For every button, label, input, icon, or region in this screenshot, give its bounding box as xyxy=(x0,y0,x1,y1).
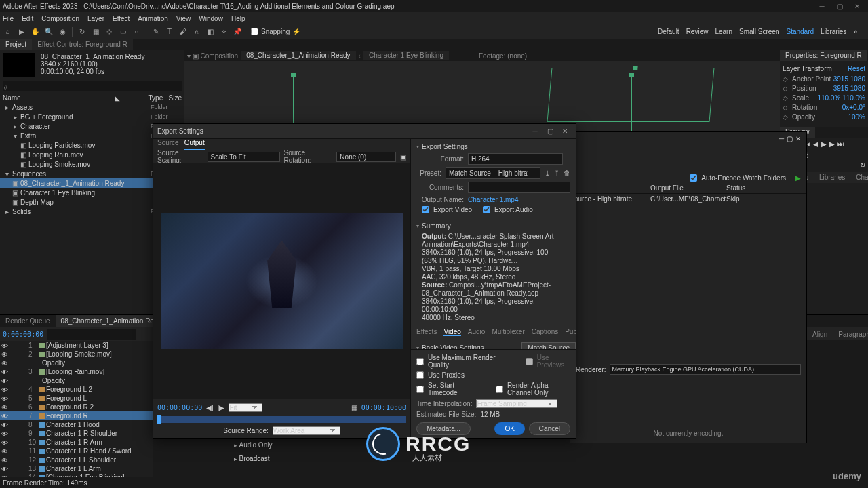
step-back-icon[interactable]: ◀| xyxy=(206,404,214,411)
bvs-header[interactable]: Basic Video Settings Match Source xyxy=(411,341,576,349)
tab-multiplexer[interactable]: Multiplexer xyxy=(492,328,524,336)
tab-effect-controls[interactable]: Effect Controls: Foreground R xyxy=(32,39,133,50)
dialog-minimize-icon[interactable]: ─ xyxy=(528,127,542,136)
text-tool-icon[interactable]: T xyxy=(164,26,175,37)
menu-view[interactable]: View xyxy=(176,15,191,22)
ame-min-icon[interactable]: ─ xyxy=(779,135,784,142)
play-icon[interactable]: ▶ xyxy=(821,140,827,148)
tab-source[interactable]: Source xyxy=(157,139,179,150)
clone-tool-icon[interactable]: ⎌ xyxy=(191,26,202,37)
menu-effect[interactable]: Effect xyxy=(113,15,130,22)
comp-tab-active[interactable]: 08_Character_1_Animation Ready xyxy=(241,51,355,60)
layer-row[interactable]: 👁13Character 1 L Arm xyxy=(0,464,153,473)
timecode-in[interactable]: 00:00:00:00 xyxy=(157,404,202,411)
layer-row[interactable]: 👁3[Looping Rain.mov] xyxy=(0,367,153,376)
menu-layer[interactable]: Layer xyxy=(87,15,104,22)
cancel-button[interactable]: Cancel xyxy=(529,422,570,435)
layer-row[interactable]: 👁5Foreground L xyxy=(0,394,153,403)
layer-list[interactable]: 👁1[Adjustment Layer 3]👁2[Looping Smoke.m… xyxy=(0,341,153,477)
property-row[interactable]: ◇Opacity100% xyxy=(783,112,865,121)
menu-window[interactable]: Window xyxy=(199,15,223,22)
orbit-tool-icon[interactable]: ◉ xyxy=(57,26,68,37)
tab-effects[interactable]: Effects xyxy=(416,328,437,336)
comp-nav-icon[interactable]: ▾ ▣ Composition xyxy=(187,52,238,60)
layer-row[interactable]: 👁12Character 1 L Shoulder xyxy=(0,455,153,464)
tab-captions[interactable]: Captions xyxy=(532,328,558,336)
hand-tool-icon[interactable]: ✋ xyxy=(30,26,41,37)
ame-close-icon[interactable]: ✕ xyxy=(795,135,801,142)
tag-icon[interactable]: ◣ xyxy=(115,94,149,101)
output-name-link[interactable]: Character 1.mp4 xyxy=(468,196,518,203)
ok-button[interactable]: OK xyxy=(494,422,524,435)
export-settings-header[interactable]: Export Settings xyxy=(416,142,570,152)
layer-row[interactable]: 👁1[Adjustment Layer 3] xyxy=(0,341,153,350)
comp-tab-b[interactable]: Character 1 Eye Blinking xyxy=(363,51,449,60)
snapping-toggle[interactable]: Snapping ⚡ xyxy=(251,28,300,35)
auto-encode-checkbox[interactable] xyxy=(690,174,697,182)
menu-help[interactable]: Help xyxy=(231,15,245,22)
summary-header[interactable]: Summary xyxy=(416,221,570,231)
renderer-select[interactable]: Mercury Playback Engine GPU Acceleration… xyxy=(610,364,801,375)
minimize-icon[interactable]: ─ xyxy=(814,1,830,11)
start-tc-checkbox[interactable] xyxy=(416,386,424,393)
layer-row[interactable]: 👁Opacity xyxy=(0,359,153,367)
ame-max-icon[interactable]: ▢ xyxy=(787,135,793,142)
tab-video[interactable]: Video xyxy=(443,328,460,336)
tab-project[interactable]: Project xyxy=(0,39,32,50)
preset-delete-icon[interactable]: 🗑 xyxy=(564,169,570,178)
tab-output[interactable]: Output xyxy=(184,139,205,150)
source-rotation-select[interactable]: None (0) xyxy=(336,152,396,162)
ws-libraries[interactable]: Libraries xyxy=(821,28,846,35)
tab-audio[interactable]: Audio xyxy=(468,328,486,336)
selection-tool-icon[interactable]: ▶ xyxy=(16,26,27,37)
current-time[interactable]: 0:00:00:00 xyxy=(3,331,43,338)
export-audio-checkbox[interactable] xyxy=(483,206,490,214)
source-scaling-select[interactable]: Scale To Fit xyxy=(208,152,280,162)
layer-row[interactable]: 👁10Character 1 R Arm xyxy=(0,438,153,447)
pen-tool-icon[interactable]: ✎ xyxy=(151,26,161,37)
timecode-out[interactable]: 00:00:10:00 xyxy=(361,404,406,411)
tree-row[interactable]: ▸AssetsFolder xyxy=(0,102,184,112)
last-frame-icon[interactable]: ⏭ xyxy=(837,140,844,148)
layer-bounds-2[interactable] xyxy=(547,68,715,122)
time-interp-select[interactable]: Frame Sampling xyxy=(476,399,557,408)
snapping-checkbox[interactable] xyxy=(251,28,258,35)
match-source-button[interactable]: Match Source xyxy=(521,342,576,349)
tab-chara[interactable]: Chara xyxy=(850,172,868,183)
tab-libraries[interactable]: Libraries xyxy=(814,172,850,183)
tab-publish[interactable]: Publish xyxy=(565,328,576,336)
rect-tool-icon[interactable]: ▭ xyxy=(117,26,128,37)
maximize-icon[interactable]: ▢ xyxy=(831,1,848,11)
tab-align[interactable]: Align xyxy=(807,329,833,340)
alpha-checkbox[interactable] xyxy=(496,386,503,393)
export-video-checkbox[interactable] xyxy=(422,206,429,214)
ame-play-icon[interactable]: ▶ xyxy=(795,174,801,182)
timeline-search-input[interactable] xyxy=(47,329,136,340)
ws-standard[interactable]: Standard xyxy=(786,28,814,35)
anchor-tool-icon[interactable]: ⊹ xyxy=(104,26,115,37)
camera-tool-icon[interactable]: ▦ xyxy=(90,26,101,37)
metadata-button[interactable]: Metadata... xyxy=(416,422,471,435)
project-search-input[interactable] xyxy=(3,81,182,92)
brush-tool-icon[interactable]: 🖌 xyxy=(178,26,189,37)
fit-select[interactable]: Fit xyxy=(229,403,262,412)
home-icon[interactable]: ⌂ xyxy=(3,26,14,37)
menu-file[interactable]: File xyxy=(3,15,14,22)
format-select[interactable]: H.264 xyxy=(468,153,563,165)
layer-row[interactable]: 👁6Foreground R 2 xyxy=(0,403,153,411)
ws-learn[interactable]: Learn xyxy=(715,28,732,35)
dialog-close-icon[interactable]: ✕ xyxy=(558,127,572,136)
menu-edit[interactable]: Edit xyxy=(22,15,33,22)
preset-select[interactable]: Match Source – High bitrate xyxy=(446,167,540,179)
eraser-tool-icon[interactable]: ◧ xyxy=(205,26,216,37)
next-frame-icon[interactable]: ▶ xyxy=(829,140,835,148)
use-proxies-checkbox[interactable] xyxy=(416,371,424,379)
aspect-icon[interactable]: ▦ xyxy=(351,404,357,411)
zoom-tool-icon[interactable]: 🔍 xyxy=(43,26,54,37)
tab-render-queue[interactable]: Render Queue xyxy=(0,315,56,327)
ame-queue-row[interactable]: ource - High bitrate C:\User...ME\08_Cha… xyxy=(570,194,806,204)
ws-review[interactable]: Review xyxy=(686,28,709,35)
refresh-icon[interactable]: ↻ xyxy=(860,161,865,169)
prev-frame-icon[interactable]: ◀ xyxy=(813,140,818,148)
ws-more-icon[interactable]: » xyxy=(853,28,857,35)
